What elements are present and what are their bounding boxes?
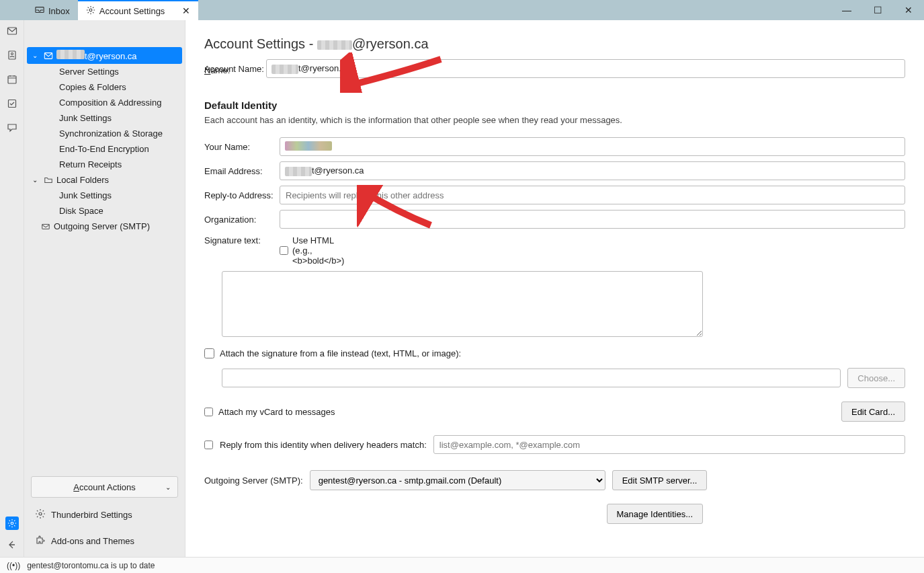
window-close[interactable]: ✕	[893, 0, 924, 20]
attach-signature-checkbox[interactable]	[204, 348, 214, 358]
settings-pane: Account Settings - @ryerson.ca Name: Acc…	[185, 20, 924, 557]
window-minimize[interactable]: —	[831, 0, 862, 20]
use-html-label: Use HTML (e.g., <b>bold</b>)	[292, 235, 355, 266]
gear-icon	[86, 5, 95, 17]
tasks-icon[interactable]	[5, 97, 19, 110]
svg-rect-5	[8, 76, 16, 83]
tab-close-icon[interactable]: ✕	[182, 5, 190, 16]
calendar-icon[interactable]	[5, 73, 19, 86]
puzzle-icon	[35, 535, 46, 547]
outgoing-server-select[interactable]: gentest@ryerson.ca - smtp.gmail.com (Def…	[310, 470, 605, 490]
chat-icon[interactable]	[5, 121, 19, 135]
account-actions-label: Account Actions	[73, 482, 136, 492]
tree-return-receipts[interactable]: Return Receipts	[27, 157, 182, 172]
addons-themes-link[interactable]: Add-ons and Themes	[27, 528, 182, 554]
reply-identity-input[interactable]	[433, 435, 905, 454]
tree-copies-folders[interactable]: Copies & Folders	[27, 79, 182, 95]
attach-vcard-wrap[interactable]: Attach my vCard to messages	[204, 407, 335, 417]
choose-file-button[interactable]: Choose...	[847, 368, 905, 388]
outgoing-server-label: Outgoing Server (SMTP):	[204, 475, 303, 486]
svg-rect-6	[8, 100, 15, 108]
tree-account-root[interactable]: ⌄ t@ryerson.ca	[27, 47, 182, 64]
tree-junk[interactable]: Junk Settings	[27, 110, 182, 126]
folder-icon	[43, 176, 54, 185]
use-html-checkbox[interactable]	[280, 246, 288, 255]
replyto-input[interactable]	[280, 186, 905, 204]
attach-signature-label: Attach the signature from a file instead…	[220, 348, 461, 358]
tree-server-settings[interactable]: Server Settings	[27, 64, 182, 79]
attach-vcard-checkbox[interactable]	[204, 408, 213, 416]
sync-icon: ((•))	[7, 561, 20, 570]
caret-down-icon: ⌄	[32, 176, 40, 184]
email-input[interactable]	[280, 161, 905, 180]
status-bar: ((•)) gentest@torontomu.ca is up to date	[0, 557, 924, 573]
inbox-icon	[35, 5, 44, 17]
tree-local-junk[interactable]: Junk Settings	[27, 188, 182, 203]
attach-vcard-label: Attach my vCard to messages	[218, 407, 335, 417]
mail-small-icon	[43, 51, 54, 61]
gear-icon	[35, 508, 46, 521]
account-name-input[interactable]	[266, 59, 905, 78]
organization-label: Organization:	[204, 215, 280, 225]
signature-label: Signature text:	[204, 235, 280, 245]
addressbook-icon[interactable]	[5, 48, 19, 62]
email-label: Email Address:	[204, 166, 280, 176]
mail-icon[interactable]	[5, 24, 19, 38]
svg-point-4	[11, 53, 13, 55]
tree-outgoing-label: Outgoing Server (SMTP)	[54, 221, 150, 231]
tab-inbox[interactable]: Inbox	[27, 0, 78, 20]
edit-card-button[interactable]: Edit Card...	[841, 402, 905, 422]
account-actions-button[interactable]: Account Actions ⌄	[31, 476, 178, 498]
thunderbird-settings-link[interactable]: Thunderbird Settings	[27, 502, 182, 528]
addons-label: Add-ons and Themes	[51, 536, 134, 546]
chevron-down-icon: ⌄	[165, 484, 171, 491]
spaces-toolbar	[0, 20, 24, 557]
organization-input[interactable]	[280, 210, 905, 229]
settings-icon[interactable]	[5, 517, 19, 530]
manage-identities-button[interactable]: Manage Identities...	[607, 504, 703, 524]
page-title: Account Settings - @ryerson.ca	[204, 36, 905, 52]
tab-account-settings[interactable]: Account Settings ✕	[78, 0, 199, 20]
identity-description: Each account has an identity, which is t…	[204, 115, 905, 125]
tree-sync[interactable]: Synchronization & Storage	[27, 126, 182, 141]
your-name-label: Your Name:	[204, 142, 280, 152]
signature-file-input[interactable]	[222, 369, 841, 387]
tree-local-disk[interactable]: Disk Space	[27, 203, 182, 219]
reply-identity-checkbox[interactable]	[204, 441, 213, 449]
svg-point-1	[89, 9, 92, 11]
send-icon	[40, 222, 51, 231]
svg-point-7	[11, 522, 13, 525]
tree-composition[interactable]: Composition & Addressing	[27, 95, 182, 110]
collapse-icon[interactable]	[5, 538, 19, 551]
status-text: gentest@torontomu.ca is up to date	[27, 561, 155, 570]
tree-e2e[interactable]: End-To-End Encryption	[27, 141, 182, 157]
account-name-label-text: Account Name:	[204, 64, 266, 74]
edit-smtp-button[interactable]: Edit SMTP server...	[612, 470, 708, 490]
your-name-input[interactable]	[280, 137, 905, 156]
tree-outgoing-smtp[interactable]: Outgoing Server (SMTP)	[27, 219, 182, 234]
reply-identity-label: Reply from this identity when delivery h…	[220, 440, 427, 450]
svg-rect-9	[42, 224, 50, 229]
use-html-checkbox-wrap[interactable]: Use HTML (e.g., <b>bold</b>)	[280, 235, 355, 266]
tab-settings-label: Account Settings	[99, 6, 165, 16]
replyto-label: Reply-to Address:	[204, 190, 280, 200]
tree-account-label: t@ryerson.ca	[56, 50, 137, 61]
default-identity-heading: Default Identity	[204, 100, 905, 111]
tree-local-folders-label: Local Folders	[56, 175, 109, 185]
thunderbird-settings-label: Thunderbird Settings	[51, 510, 132, 520]
caret-down-icon: ⌄	[32, 52, 40, 59]
tree-local-folders[interactable]: ⌄ Local Folders	[27, 172, 182, 188]
titlebar: Inbox Account Settings ✕ — ☐ ✕	[0, 0, 924, 20]
tab-inbox-label: Inbox	[48, 6, 70, 16]
account-tree-sidebar: ⌄ t@ryerson.ca Server Settings Copies & …	[24, 20, 185, 557]
window-maximize[interactable]: ☐	[862, 0, 893, 20]
svg-point-10	[39, 512, 42, 515]
signature-textarea[interactable]	[222, 271, 703, 337]
